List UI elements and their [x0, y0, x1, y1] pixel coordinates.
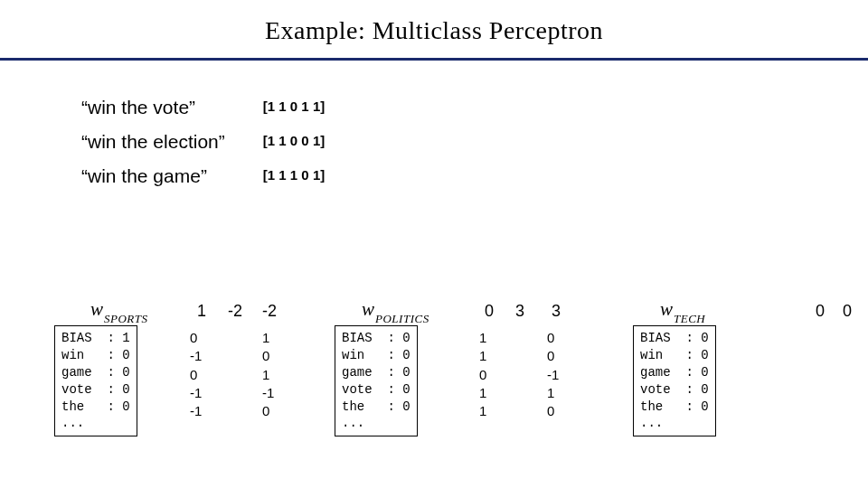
example-row: “win the vote” [1 1 0 1 1] [81, 97, 868, 118]
example-vector: [1 1 1 0 1] [263, 167, 325, 183]
sports-score-2: -2 [228, 302, 242, 321]
sports-col-b: 1 0 1 -1 0 [262, 329, 274, 420]
example-phrase: “win the vote” [81, 97, 258, 118]
sports-score-1: 1 [197, 302, 206, 321]
examples-block: “win the vote” [1 1 0 1 1] “win the elec… [81, 97, 868, 187]
sports-col-a: 0 -1 0 -1 -1 [190, 329, 202, 420]
sports-table: BIAS : 1 win : 0 game : 0 vote : 0 the :… [54, 325, 137, 436]
example-vector: [1 1 0 1 1] [263, 99, 325, 114]
example-phrase: “win the election” [81, 131, 258, 153]
example-vector: [1 1 0 0 1] [263, 133, 325, 148]
politics-score-1: 0 [485, 302, 494, 321]
weights-area: wSPORTS 1 -2 -2 BIAS : 1 win : 0 game : … [0, 298, 868, 479]
politics-score-3: 3 [552, 302, 561, 321]
tech-score-2: 0 [843, 302, 852, 321]
w-letter: w [362, 298, 374, 320]
tech-score-1: 0 [816, 302, 825, 321]
tech-table: BIAS : 0 win : 0 game : 0 vote : 0 the :… [633, 325, 716, 436]
politics-col-b: 0 0 -1 1 0 [547, 329, 559, 420]
example-phrase: “win the game” [81, 165, 258, 187]
sports-score-3: -2 [262, 302, 277, 321]
politics-col-a: 1 1 0 1 1 [479, 329, 486, 420]
w-letter: w [90, 298, 103, 320]
w-politics-label: wPOLITICS [362, 298, 429, 324]
title-rule [0, 58, 868, 61]
politics-table: BIAS : 0 win : 0 game : 0 vote : 0 the :… [335, 325, 418, 436]
example-row: “win the election” [1 1 0 0 1] [81, 131, 868, 153]
example-row: “win the game” [1 1 1 0 1] [81, 165, 868, 187]
w-sports-label: wSPORTS [90, 298, 147, 324]
politics-score-2: 3 [515, 302, 524, 321]
slide-title: Example: Multiclass Perceptron [0, 0, 868, 58]
w-subscript: POLITICS [375, 312, 429, 325]
w-tech-label: wTECH [660, 298, 704, 324]
w-letter: w [660, 298, 673, 320]
w-subscript: SPORTS [104, 312, 148, 325]
w-subscript: TECH [674, 312, 705, 325]
